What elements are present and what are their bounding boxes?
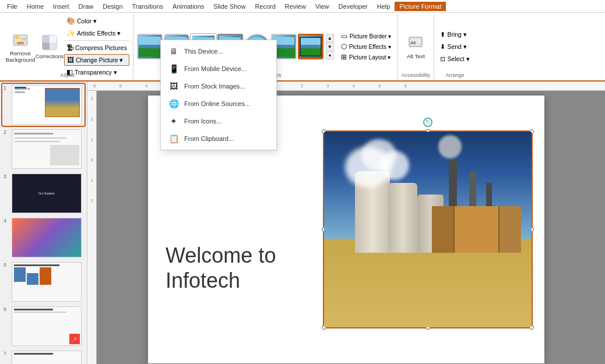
dropdown-label-stock: From Stock Images... <box>184 83 245 90</box>
picture-content <box>324 132 532 327</box>
cooling-tower-2 <box>388 183 417 253</box>
slide-preview-5 <box>12 262 82 302</box>
compress-icon: 🗜 <box>66 44 73 52</box>
picture-border-button[interactable]: ▭ Picture Border ▾ <box>339 31 394 41</box>
color-icon: 🎨 <box>66 17 75 25</box>
picture-layout-button[interactable]: ⊞ Picture Layout ▾ <box>339 52 394 62</box>
alt-text-button[interactable]: Alt Alt Text <box>401 26 430 68</box>
menu-record[interactable]: Record <box>250 2 280 11</box>
slide-thumbnail-6[interactable]: 6 ↗ <box>2 305 85 347</box>
dropdown-item-mobile[interactable]: 📱 From Mobile Device... <box>161 60 276 77</box>
slide-title-area: Welcome to Infotech <box>166 243 276 293</box>
svg-rect-6 <box>43 43 50 50</box>
menu-developer[interactable]: Developer <box>334 2 372 11</box>
slide-thumbnail-3[interactable]: 3 Our Solution <box>2 172 85 214</box>
artistic-effects-button[interactable]: ✨ Artistic Effects ▾ <box>64 27 129 39</box>
svg-rect-4 <box>43 36 50 43</box>
slide-num-3: 3 <box>3 174 9 179</box>
stock-images-icon: 🖼 <box>168 80 180 92</box>
dropdown-label-online: From Online Sources... <box>184 100 250 107</box>
this-device-icon: 🖥 <box>168 45 180 57</box>
dropdown-item-stock[interactable]: 🖼 From Stock Images... <box>161 77 276 95</box>
svg-rect-7 <box>50 43 57 50</box>
corrections-label: Corrections <box>36 53 64 59</box>
dropdown-label-icons: From Icons... <box>184 118 221 125</box>
slide-preview-7 <box>12 351 82 364</box>
mobile-device-icon: 📱 <box>168 63 180 75</box>
picture-effects-button[interactable]: ⬡ Picture Effects ▾ <box>339 42 394 51</box>
menu-draw[interactable]: Draw <box>74 2 99 11</box>
slide-preview-4 <box>12 218 82 257</box>
color-button[interactable]: 🎨 Color ▾ <box>64 15 129 27</box>
accessibility-group-label: Accessibility <box>398 72 434 78</box>
ribbon: Remove Background Corrections <box>0 13 605 82</box>
menu-picture-format[interactable]: Picture Format <box>395 2 446 11</box>
dropdown-label-clipboard: From Clipboard... <box>184 135 234 142</box>
menu-file[interactable]: File <box>2 2 22 11</box>
corrections-icon <box>40 33 59 52</box>
alt-text-label: Alt Text <box>407 53 425 59</box>
slide-preview-1: Welcome toInfotech <box>12 85 82 125</box>
bring-icon: ⬆ <box>440 31 445 38</box>
clipboard-icon: 📋 <box>168 133 180 144</box>
style-thumb-1[interactable] <box>137 34 163 59</box>
ruler-vertical: 321012 <box>87 91 97 364</box>
send-backward-button[interactable]: ⬇ Send ▾ <box>438 41 472 52</box>
menu-view[interactable]: View <box>311 2 334 11</box>
slide-title-line1: Welcome to <box>166 243 276 268</box>
menu-review[interactable]: Review <box>280 2 311 11</box>
slide-thumbnail-5[interactable]: 5 <box>2 261 85 303</box>
style-thumb-7[interactable] <box>298 34 323 59</box>
slide-thumbnail-1[interactable]: 1 Welcome toInfotech <box>2 84 85 126</box>
style-scroll-more[interactable]: ▾ <box>326 51 334 59</box>
online-sources-icon: 🌐 <box>168 98 180 109</box>
change-picture-button[interactable]: 🖼 Change Picture ▾ <box>64 54 129 66</box>
slide-preview-2 <box>12 129 82 169</box>
ribbon-group-adjust: Remove Background Corrections <box>2 14 133 79</box>
dropdown-item-this-device[interactable]: 🖥 This Device... <box>161 43 276 60</box>
rotate-handle[interactable]: ↻ <box>423 118 432 127</box>
dropdown-item-online[interactable]: 🌐 From Online Sources... <box>161 95 276 112</box>
style-scroll-up[interactable]: ▲ <box>326 34 334 42</box>
send-icon: ⬇ <box>440 43 445 50</box>
dropdown-label-this-device: This Device... <box>184 48 223 55</box>
remove-background-button[interactable]: Remove Background <box>6 26 35 68</box>
layout-icon: ⊞ <box>341 53 347 61</box>
slide-thumbnail-7[interactable]: 7 <box>2 349 85 364</box>
dropdown-item-clipboard[interactable]: 📋 From Clipboard... <box>161 130 276 147</box>
change-picture-icon: 🖼 <box>67 56 74 64</box>
style-scroll-down[interactable]: ▼ <box>326 43 334 51</box>
adjust-group-label: Adjust <box>2 72 133 78</box>
selection-pane-button[interactable]: ⊡ Select ▾ <box>438 53 472 65</box>
alt-text-icon: Alt <box>406 33 425 52</box>
menu-insert[interactable]: Insert <box>48 2 74 11</box>
dropdown-label-mobile: From Mobile Device... <box>184 65 247 72</box>
selected-picture[interactable]: ↻ <box>323 130 533 328</box>
corrections-button[interactable]: Corrections <box>35 26 64 68</box>
smoke-4 <box>438 135 462 158</box>
menu-design[interactable]: Design <box>98 2 127 11</box>
menu-transitions[interactable]: Transitions <box>128 2 168 11</box>
slide-num-4: 4 <box>3 218 9 224</box>
bring-forward-button[interactable]: ⬆ Bring ▾ <box>438 29 472 40</box>
menu-home[interactable]: Home <box>22 2 48 11</box>
slide-num-6: 6 <box>3 306 9 312</box>
ribbon-content: Remove Background Corrections <box>0 13 605 80</box>
slide-thumbnail-2[interactable]: 2 <box>2 128 85 170</box>
menu-animations[interactable]: Animations <box>168 2 209 11</box>
remove-background-label: Remove Background <box>6 50 36 63</box>
arrange-group-label: Arrange <box>434 72 475 78</box>
artistic-effects-icon: ✨ <box>66 29 75 37</box>
compress-pictures-button[interactable]: 🗜 Compress Pictures <box>64 42 129 54</box>
slide-preview-3: Our Solution <box>12 174 82 213</box>
slide-thumbnail-4[interactable]: 4 <box>2 217 85 259</box>
menu-help[interactable]: Help <box>372 2 395 11</box>
smoke-3 <box>380 151 409 180</box>
industrial-building <box>432 206 521 253</box>
svg-text:Alt: Alt <box>410 40 416 45</box>
svg-rect-5 <box>50 36 57 43</box>
dropdown-item-icons[interactable]: ✦ From Icons... <box>161 112 276 130</box>
svg-rect-2 <box>17 42 24 44</box>
menu-slideshow[interactable]: Slide Show <box>209 2 250 11</box>
ribbon-group-accessibility: Alt Alt Text Accessibility <box>398 14 434 79</box>
